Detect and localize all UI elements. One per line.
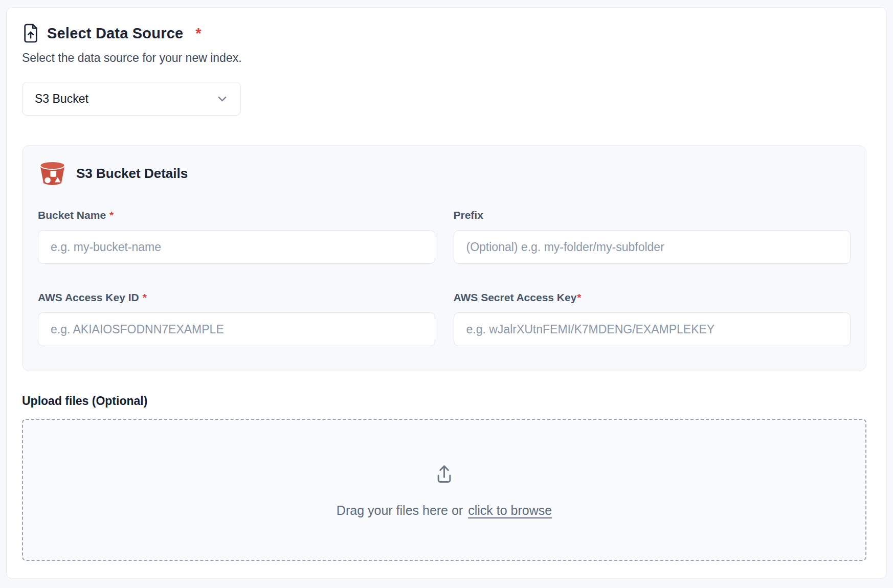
- prefix-label: Prefix: [454, 209, 483, 221]
- required-asterisk: *: [577, 291, 581, 303]
- panel-header: S3 Bucket Details: [38, 159, 851, 188]
- required-asterisk: *: [195, 25, 201, 42]
- click-to-browse-link[interactable]: click to browse: [468, 503, 552, 518]
- page-title: Select Data Source: [47, 25, 183, 42]
- dropzone-text: Drag your files here or click to browse: [337, 503, 552, 518]
- field-aws-access-key-id: AWS Access Key ID*: [38, 291, 435, 346]
- section-header: Select Data Source *: [22, 22, 865, 44]
- field-bucket-name: Bucket Name*: [38, 209, 435, 264]
- data-source-card: Select Data Source * Select the data sou…: [6, 7, 887, 579]
- bucket-name-input[interactable]: [38, 230, 435, 264]
- aws-secret-access-key-input[interactable]: [454, 312, 851, 346]
- prefix-input[interactable]: [454, 230, 851, 264]
- drag-files-text: Drag your files here or: [337, 503, 463, 518]
- panel-title: S3 Bucket Details: [76, 166, 188, 182]
- section-subtitle: Select the data source for your new inde…: [22, 51, 865, 65]
- s3-bucket-details-panel: S3 Bucket Details Bucket Name* Prefix AW…: [22, 145, 866, 371]
- data-source-select[interactable]: S3 Bucket: [22, 82, 241, 116]
- chevron-down-icon: [215, 92, 229, 106]
- file-arrow-up-icon: [22, 23, 39, 43]
- upload-tray-icon: [432, 462, 456, 486]
- aws-access-key-id-label: AWS Access Key ID: [38, 291, 139, 303]
- required-asterisk: *: [109, 209, 114, 221]
- data-source-selected-value: S3 Bucket: [35, 92, 88, 106]
- aws-secret-access-key-label: AWS Secret Access Key: [454, 291, 577, 303]
- field-prefix: Prefix: [454, 209, 851, 264]
- file-dropzone[interactable]: Drag your files here or click to browse: [22, 419, 866, 561]
- s3-bucket-icon: [38, 160, 67, 187]
- aws-access-key-id-input[interactable]: [38, 312, 435, 346]
- upload-files-label: Upload files (Optional): [22, 394, 865, 408]
- fields-grid: Bucket Name* Prefix AWS Access Key ID* A…: [38, 209, 851, 346]
- bucket-name-label: Bucket Name: [38, 209, 106, 221]
- required-asterisk: *: [143, 291, 147, 303]
- field-aws-secret-access-key: AWS Secret Access Key*: [454, 291, 851, 346]
